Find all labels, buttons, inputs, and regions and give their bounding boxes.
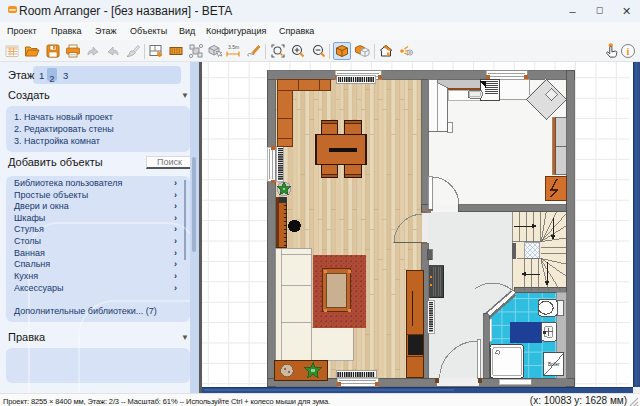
svg-text:i: i [627,46,630,57]
svg-text:Boiler: Boiler [548,362,560,367]
svg-text:3.5m: 3.5m [228,44,239,50]
